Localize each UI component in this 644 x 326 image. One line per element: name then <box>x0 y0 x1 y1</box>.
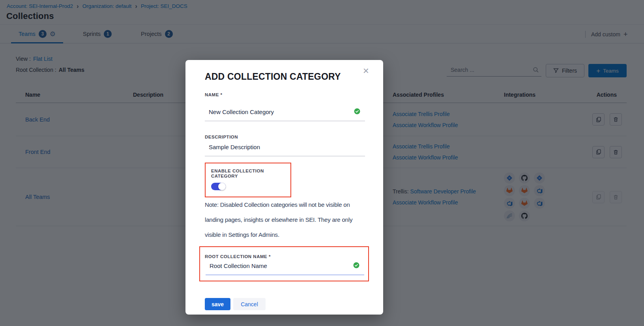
enable-category-highlight-box: ENABLE COLLECTION CATEGORY <box>205 163 291 197</box>
modal-title: ADD COLLECTION CATEGORY <box>205 71 365 82</box>
enable-category-toggle[interactable] <box>211 183 226 190</box>
toggle-knob <box>218 183 226 190</box>
valid-check-icon <box>353 262 359 268</box>
name-input-row <box>205 108 365 121</box>
enable-category-label: ENABLE COLLECTION CATEGORY <box>211 169 285 179</box>
root-collection-input-row <box>206 262 364 275</box>
disabled-category-note: Note: Disabled Collection categories wil… <box>205 197 365 242</box>
valid-check-icon <box>354 108 360 114</box>
description-input-row <box>205 143 365 156</box>
root-collection-input[interactable] <box>206 262 364 270</box>
name-field-label: NAME * <box>205 92 365 97</box>
save-button[interactable]: save <box>205 298 230 310</box>
description-input[interactable] <box>205 143 365 151</box>
modal-buttons: save Cancel <box>205 298 365 310</box>
cancel-button[interactable]: Cancel <box>233 298 266 310</box>
close-icon[interactable]: × <box>362 65 370 77</box>
description-field-label: DESCRIPTION <box>205 135 365 140</box>
root-collection-field-label: ROOT COLLECTION NAME * <box>205 254 364 259</box>
add-collection-category-modal: × ADD COLLECTION CATEGORY NAME * DESCRIP… <box>185 60 383 315</box>
name-input[interactable] <box>205 108 365 116</box>
root-collection-highlight-box: ROOT COLLECTION NAME * <box>199 246 369 281</box>
